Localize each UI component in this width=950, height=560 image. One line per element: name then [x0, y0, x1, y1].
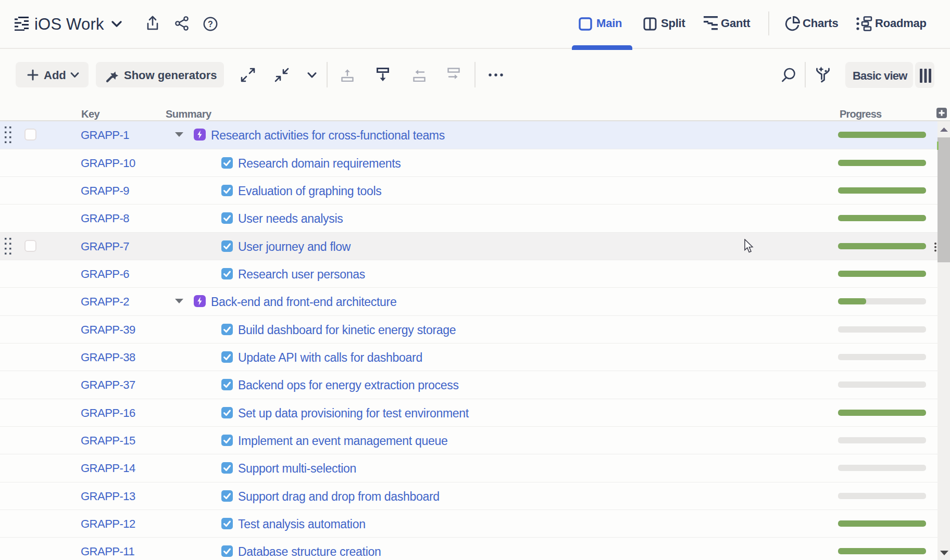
- svg-text:?: ?: [208, 20, 213, 29]
